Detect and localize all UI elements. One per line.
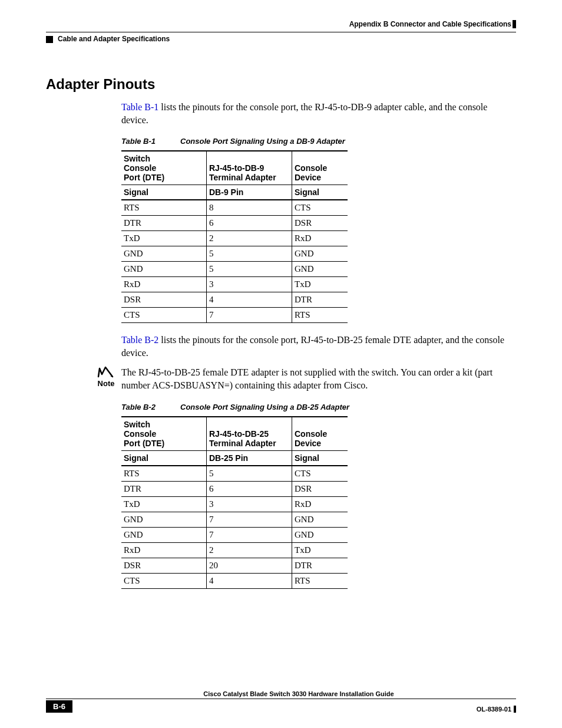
table1-sub1: Signal (121, 185, 207, 200)
table2-h2: RJ-45-to-DB-25 Terminal Adapter (207, 417, 292, 451)
cell-signal-right: RxD (292, 496, 348, 512)
cell-signal-left: RTS (121, 466, 207, 482)
cell-signal-right: DSR (292, 481, 348, 496)
cell-signal-right: DSR (292, 216, 348, 231)
cell-signal-left: CTS (121, 308, 207, 323)
cell-pin: 4 (207, 573, 292, 588)
note-label: Note (98, 379, 115, 388)
table-b1-link[interactable]: Table B-1 (121, 102, 158, 112)
cell-signal-right: RTS (292, 308, 348, 323)
intro2-rest: lists the pinouts for the console port, … (121, 335, 504, 358)
table-row: TxD3RxD (121, 496, 348, 512)
cell-pin: 3 (207, 496, 292, 512)
cell-signal-right: GND (292, 262, 348, 277)
header-section: Cable and Adapter Specifications (58, 35, 170, 43)
cell-signal-left: RTS (121, 200, 207, 216)
table1-h1: Switch Console Port (DTE) (121, 151, 207, 185)
cell-signal-right: GND (292, 512, 348, 527)
table1-caption-title: Console Port Signaling Using a DB-9 Adap… (180, 137, 345, 146)
cell-signal-left: GND (121, 262, 207, 277)
footer-doc-id: OL-8389-01 (477, 706, 516, 713)
table1-sub2: DB-9 Pin (207, 185, 292, 200)
table2-sub2: DB-25 Pin (207, 450, 292, 466)
table2-caption-title: Console Port Signaling Using a DB-25 Ada… (180, 403, 349, 411)
header-section-row: Cable and Adapter Specifications (46, 35, 516, 43)
table-row: GND5GND (121, 262, 348, 277)
cell-signal-left: TxD (121, 496, 207, 512)
cell-pin: 2 (207, 542, 292, 558)
note-icon: Note (91, 366, 121, 388)
footer-book-title: Cisco Catalyst Blade Switch 3030 Hardwar… (203, 690, 394, 697)
table-row: GND7GND (121, 527, 348, 542)
cell-signal-left: GND (121, 246, 207, 262)
cell-signal-left: GND (121, 527, 207, 542)
intro1-rest: lists the pinouts for the console port, … (121, 102, 487, 125)
table-b2-link[interactable]: Table B-2 (121, 335, 158, 345)
cell-signal-right: RxD (292, 231, 348, 246)
cell-signal-right: CTS (292, 200, 348, 216)
table2-caption: Table B-2Console Port Signaling Using a … (121, 403, 516, 411)
cell-pin: 7 (207, 527, 292, 542)
table-row: RTS8CTS (121, 200, 348, 216)
table2: Switch Console Port (DTE) RJ-45-to-DB-25… (121, 416, 348, 589)
cell-pin: 7 (207, 512, 292, 527)
page-number-badge: B-6 (46, 700, 72, 713)
table1-caption: Table B-1Console Port Signaling Using a … (121, 137, 516, 146)
intro-paragraph-2: Table B-2 lists the pinouts for the cons… (121, 334, 516, 359)
page-title: Adapter Pinouts (46, 76, 516, 93)
table1-caption-num: Table B-1 (121, 137, 180, 146)
cell-pin: 3 (207, 277, 292, 292)
cell-signal-left: TxD (121, 231, 207, 246)
table2-h3: Console Device (292, 417, 348, 451)
cell-signal-right: GND (292, 527, 348, 542)
cell-signal-right: DTR (292, 558, 348, 573)
note-text: The RJ-45-to-DB-25 female DTE adapter is… (121, 366, 516, 391)
table1-h3: Console Device (292, 151, 348, 185)
cell-signal-right: CTS (292, 466, 348, 482)
note-block: Note The RJ-45-to-DB-25 female DTE adapt… (46, 366, 516, 391)
cell-signal-left: GND (121, 512, 207, 527)
table-row: GND7GND (121, 512, 348, 527)
table2-sub3: Signal (292, 450, 348, 466)
cell-signal-left: DSR (121, 558, 207, 573)
cell-signal-right: TxD (292, 542, 348, 558)
table-row: DSR4DTR (121, 292, 348, 308)
cell-pin: 4 (207, 292, 292, 308)
table-row: TxD2RxD (121, 231, 348, 246)
intro-paragraph-1: Table B-1 lists the pinouts for the cons… (121, 101, 516, 126)
cell-pin: 6 (207, 481, 292, 496)
cell-signal-left: DTR (121, 216, 207, 231)
table-row: RxD2TxD (121, 542, 348, 558)
cell-signal-right: DTR (292, 292, 348, 308)
cell-signal-right: GND (292, 246, 348, 262)
table2-sub1: Signal (121, 450, 207, 466)
table1: Switch Console Port (DTE) RJ-45-to-DB-9 … (121, 150, 348, 323)
header-divider (46, 32, 516, 32)
header-appendix: Appendix B Connector and Cable Specifica… (46, 20, 516, 28)
cell-pin: 20 (207, 558, 292, 573)
table-row: RxD3TxD (121, 277, 348, 292)
table1-h2: RJ-45-to-DB-9 Terminal Adapter (207, 151, 292, 185)
table-row: CTS4RTS (121, 573, 348, 588)
table-row: DSR20DTR (121, 558, 348, 573)
cell-pin: 5 (207, 246, 292, 262)
table-row: GND5GND (121, 246, 348, 262)
table-row: DTR6DSR (121, 481, 348, 496)
cell-pin: 5 (207, 466, 292, 482)
cell-pin: 5 (207, 262, 292, 277)
cell-signal-left: DSR (121, 292, 207, 308)
cell-signal-left: RxD (121, 542, 207, 558)
cell-pin: 6 (207, 216, 292, 231)
table2-caption-num: Table B-2 (121, 403, 180, 411)
cell-pin: 8 (207, 200, 292, 216)
cell-pin: 7 (207, 308, 292, 323)
table-row: DTR6DSR (121, 216, 348, 231)
cell-signal-left: DTR (121, 481, 207, 496)
cell-signal-left: RxD (121, 277, 207, 292)
cell-signal-right: RTS (292, 573, 348, 588)
table-row: CTS7RTS (121, 308, 348, 323)
table1-sub3: Signal (292, 185, 348, 200)
cell-signal-left: CTS (121, 573, 207, 588)
cell-pin: 2 (207, 231, 292, 246)
table-row: RTS5CTS (121, 466, 348, 482)
